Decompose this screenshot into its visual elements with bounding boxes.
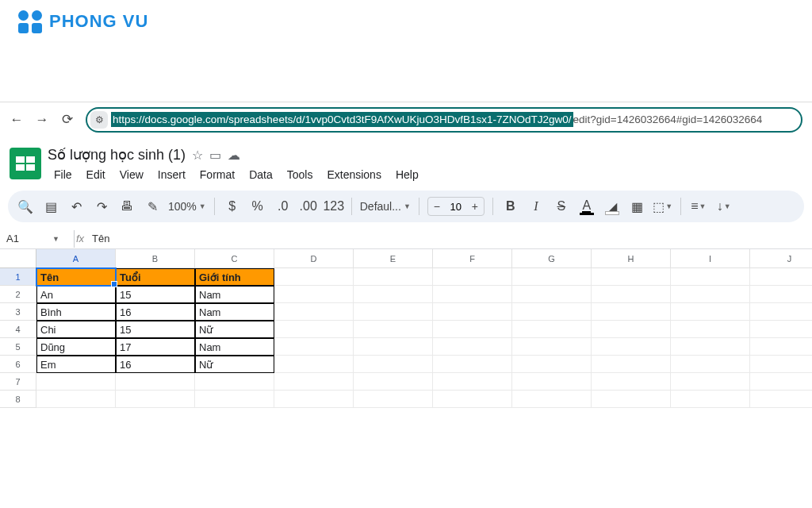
cell[interactable] [354,321,433,338]
cell[interactable] [512,373,592,391]
column-header[interactable]: G [512,249,592,268]
increase-font-button[interactable]: + [468,200,482,213]
address-bar[interactable]: ⚙ https://docs.google.com/spreadsheets/d… [86,107,802,133]
cell[interactable] [433,391,512,408]
cell[interactable]: 17 [116,338,195,356]
borders-button[interactable]: ▦ [628,197,647,216]
star-icon[interactable]: ☆ [192,148,203,163]
cell[interactable] [274,391,354,408]
column-header[interactable]: H [592,249,671,268]
cell[interactable] [750,303,812,321]
cell[interactable] [671,286,750,303]
back-button[interactable]: ← [10,113,24,127]
undo-button[interactable]: ↶ [67,197,86,216]
cell[interactable] [750,338,812,356]
select-all-corner[interactable] [0,249,36,268]
cell[interactable]: Tên [36,268,116,286]
cell[interactable]: Nam [195,303,274,321]
cell[interactable] [354,286,433,303]
menu-extensions[interactable]: Extensions [320,165,387,184]
vertical-align-button[interactable]: ↓▼ [714,197,733,216]
cell[interactable] [671,268,750,286]
cell[interactable] [354,268,433,286]
font-size-input[interactable] [447,201,465,213]
cell[interactable] [671,356,750,373]
cell[interactable] [116,391,195,408]
cell[interactable] [592,286,671,303]
cell[interactable] [671,303,750,321]
cell[interactable]: Giới tính [195,268,274,286]
cell[interactable]: Bình [36,303,116,321]
cell[interactable] [433,356,512,373]
column-header[interactable]: D [274,249,354,268]
cell[interactable]: Nữ [195,356,274,373]
formula-input[interactable]: Tên [92,233,109,244]
menu-view[interactable]: View [113,165,150,184]
cell[interactable] [671,321,750,338]
cell[interactable] [36,373,116,391]
cell[interactable] [36,391,116,408]
cell[interactable] [592,303,671,321]
decrease-decimal-button[interactable]: .0 [274,197,293,216]
search-icon[interactable]: 🔍 [16,197,35,216]
cell[interactable] [195,373,274,391]
paint-format-button[interactable]: ✎ [143,197,162,216]
font-family-dropdown[interactable]: Defaul...▼ [360,200,411,213]
column-header[interactable]: A [36,249,116,268]
cell[interactable] [512,286,592,303]
cell[interactable] [274,321,354,338]
cell[interactable] [512,356,592,373]
cell[interactable] [433,303,512,321]
percent-button[interactable]: % [248,197,267,216]
strikethrough-button[interactable]: S [552,197,571,216]
cell[interactable]: Tuổi [116,268,195,286]
cell[interactable] [274,268,354,286]
menus-icon[interactable]: ▤ [41,197,60,216]
cell[interactable] [433,373,512,391]
number-format-dropdown[interactable]: 123 [324,197,343,216]
cell[interactable] [750,268,812,286]
italic-button[interactable]: I [527,197,546,216]
font-size-control[interactable]: − + [427,197,485,216]
cloud-status-icon[interactable]: ☁ [228,148,240,163]
row-header[interactable]: 6 [0,356,36,373]
cell[interactable] [354,391,433,408]
cell[interactable]: Em [36,356,116,373]
cell[interactable]: Nam [195,338,274,356]
cell[interactable]: 16 [116,303,195,321]
sheets-logo-icon[interactable] [10,148,41,179]
cell[interactable] [433,268,512,286]
move-icon[interactable]: ▭ [209,148,221,163]
name-box[interactable]: A1 [6,233,49,244]
cell[interactable] [512,338,592,356]
redo-button[interactable]: ↷ [92,197,111,216]
row-header[interactable]: 4 [0,321,36,338]
text-color-button[interactable]: A [577,197,596,216]
cell[interactable] [354,303,433,321]
cell[interactable] [671,338,750,356]
document-title[interactable]: Số lượng học sinh (1) [48,146,186,164]
column-header[interactable]: E [354,249,433,268]
cell[interactable] [116,373,195,391]
horizontal-align-button[interactable]: ≡▼ [689,197,708,216]
cell[interactable] [671,391,750,408]
site-info-icon[interactable]: ⚙ [90,111,108,129]
menu-data[interactable]: Data [243,165,279,184]
decrease-font-button[interactable]: − [430,200,444,213]
cell[interactable] [592,356,671,373]
column-header[interactable]: C [195,249,274,268]
cell[interactable]: Nữ [195,321,274,338]
currency-button[interactable]: $ [223,197,242,216]
row-header[interactable]: 8 [0,391,36,408]
cell[interactable]: 15 [116,286,195,303]
menu-insert[interactable]: Insert [151,165,192,184]
zoom-dropdown[interactable]: 100%▼ [168,200,206,213]
cell[interactable] [671,373,750,391]
cell[interactable] [750,286,812,303]
cell[interactable]: Dũng [36,338,116,356]
row-header[interactable]: 5 [0,338,36,356]
cell[interactable]: 16 [116,356,195,373]
row-header[interactable]: 7 [0,373,36,391]
column-header[interactable]: J [750,249,812,268]
cell[interactable] [592,338,671,356]
